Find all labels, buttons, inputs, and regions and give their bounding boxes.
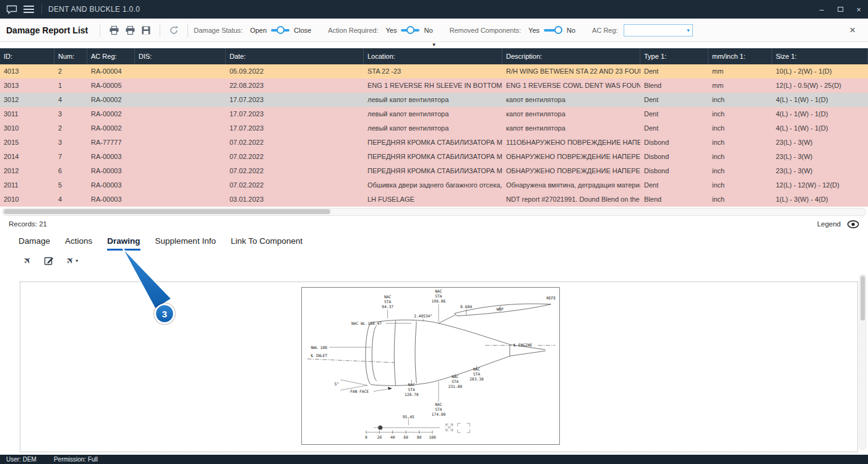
cell-mm_inch: inch [708,135,772,150]
column-header[interactable]: Size 1: [772,48,868,64]
legend-eye-icon[interactable] [847,220,859,228]
column-header[interactable]: DIS: [135,48,226,64]
column-header[interactable]: mm/inch 1: [708,48,772,64]
cell-dis [135,107,226,121]
cell-size1: 12(L) - 0.5(W) - 25(D) [772,79,868,93]
cell-dis [135,93,226,107]
damage-status-toggle[interactable] [271,26,290,34]
drawing-label: 231.88 [448,384,462,389]
close-button[interactable]: × [849,0,868,19]
cell-location: ПЕРЕДНЯЯ КРОМКА СТАБИЛИЗАТОРА МЕЖДУ... [364,135,502,150]
cell-mm_inch: inch [708,107,772,121]
cell-id: 2010 [0,192,54,207]
cell-dis [135,135,226,150]
drawing-label: STA [452,379,459,384]
tab-drawing[interactable]: Drawing [107,236,140,251]
table-row[interactable]: 30102RA-0000217.07.2023левый капот венти… [0,121,868,135]
removed-components-filter: Removed Components: Yes No [450,26,580,34]
cell-mm_inch: inch [708,150,772,164]
vertical-scrollbar[interactable] [859,274,866,450]
tab-actions[interactable]: Actions [65,236,92,251]
cell-date: 05.09.2022 [226,64,364,79]
cell-location: левый капот вентилятора [364,93,502,107]
restore-button[interactable] [831,0,849,19]
cell-date: 07.02.2022 [226,164,364,178]
cell-type1: Dent [640,64,708,79]
cell-description: ОБНАРУЖЕНО ПОВРЕЖДЕНИЕ НАПЕРЕЖНЕЙ... [502,150,640,164]
removed-components-no-label: No [567,27,575,34]
cell-id: 2012 [0,164,54,178]
ac-reg-select[interactable]: ▾ [624,24,693,37]
cell-id: 2015 [0,135,54,150]
column-header[interactable]: Date: [226,48,364,64]
table-row[interactable]: 20115RA-0000307.02.2022Обшивка двери зад… [0,178,868,192]
print-button[interactable] [106,22,122,38]
export-button[interactable] [138,22,154,38]
minimize-button[interactable]: – [812,0,831,19]
drawing-label: 95,45 [403,415,415,419]
refresh-button[interactable] [166,22,182,38]
cell-size1: 10(L) - 2(W) - 1(D) [772,64,868,79]
close-panel-button[interactable]: × [843,24,862,37]
column-header[interactable]: Num: [54,48,87,64]
tab-damage[interactable]: Damage [19,236,50,251]
column-header[interactable]: AC Reg: [87,48,135,64]
report-toolbar: Damage Report List Damage Status: Open C… [0,19,868,42]
table-row[interactable]: 20153RA-7777707.02.2022ПЕРЕДНЯЯ КРОМКА С… [0,135,868,150]
menu-icon[interactable] [24,6,34,13]
horizontal-scrollbar-thumb[interactable] [4,209,330,214]
table-row[interactable]: 30124RA-0000217.07.2023левый капот венти… [0,93,868,107]
cell-num: 2 [54,64,87,79]
column-header[interactable]: Location: [364,48,502,64]
horizontal-scrollbar[interactable] [2,208,866,216]
table-row[interactable]: 30113RA-0000217.07.2023левый капот венти… [0,107,868,121]
print-all-button[interactable] [122,22,138,38]
nacelle-drawing[interactable]: NACSTA94.37NACSTA196.862.40534°8.604WRPN… [301,287,560,445]
cell-id: 4013 [0,64,54,79]
table-row[interactable]: 20126RA-0000307.02.2022ПЕРЕДНЯЯ КРОМКА С… [0,164,868,178]
cell-type1: Dent [640,121,708,135]
airplane-icon[interactable]: ✈ [24,255,32,266]
tab-supplement-info[interactable]: Supplement Info [155,236,216,251]
cell-type1: Blend [640,192,708,207]
scale-tick-label: 0 [365,435,367,439]
drawing-label: STA [384,299,392,304]
column-header[interactable]: Type 1: [640,48,708,64]
cell-description: ENG 1 REVERSE COWL DENT WAS FOUND [502,79,640,93]
drawing-label: REFE [546,296,556,300]
airplane-select-icon[interactable]: ✈▾ [66,255,79,266]
vertical-scrollbar-thumb[interactable] [861,276,865,320]
cell-size1: 4(L) - 1(W) - 1(D) [772,93,868,107]
cell-description: R/H WING BETWEEN STA 22 AND 23 FOUND DE.… [502,64,640,79]
cell-size1: 4(L) - 1(W) - 1(D) [772,121,868,135]
cell-id: 2011 [0,178,54,192]
tab-link-to-component[interactable]: Link To Component [231,236,303,251]
cell-date: 22.08.2023 [226,79,364,93]
column-header[interactable]: Description: [502,48,640,64]
damage-status-close-label: Close [294,27,311,34]
cell-mm_inch: inch [708,93,772,107]
action-required-toggle[interactable] [401,26,419,34]
drawing-label: 196.86 [432,299,446,303]
cell-description: Обнаружена вмятина, деградация материала… [502,178,640,192]
table-row[interactable]: 30131RA-0000522.08.2023ENG 1 REVERSE RH … [0,79,868,93]
toggle-knob [277,26,285,34]
table-row[interactable]: 20147RA-0000307.02.2022ПЕРЕДНЯЯ КРОМКА С… [0,150,868,164]
drawing-label: NAC [384,294,392,299]
cell-type1: Dent [640,107,708,121]
table-row[interactable]: 40132RA-0000405.09.2022STA 22 -23R/H WIN… [0,64,868,79]
cell-location: LH FUSELAGE [364,192,502,207]
table-row[interactable]: 20104RA-0000303.01.2023LH FUSELAGENDT re… [0,192,868,207]
cell-ac_reg: RA-00002 [87,107,135,121]
removed-components-toggle[interactable] [544,26,562,34]
edit-drawing-icon[interactable] [44,256,54,265]
column-header[interactable]: ID: [0,48,54,64]
cell-dis [135,150,226,164]
cell-description: капот вентилятора [502,93,640,107]
cell-date: 07.02.2022 [226,135,364,150]
cell-ac_reg: RA-77777 [87,135,135,150]
collapse-arrow-icon[interactable]: ▼ [432,43,437,48]
printer-icon [125,25,135,35]
legend-label: Legend [817,220,841,228]
cell-id: 3013 [0,79,54,93]
